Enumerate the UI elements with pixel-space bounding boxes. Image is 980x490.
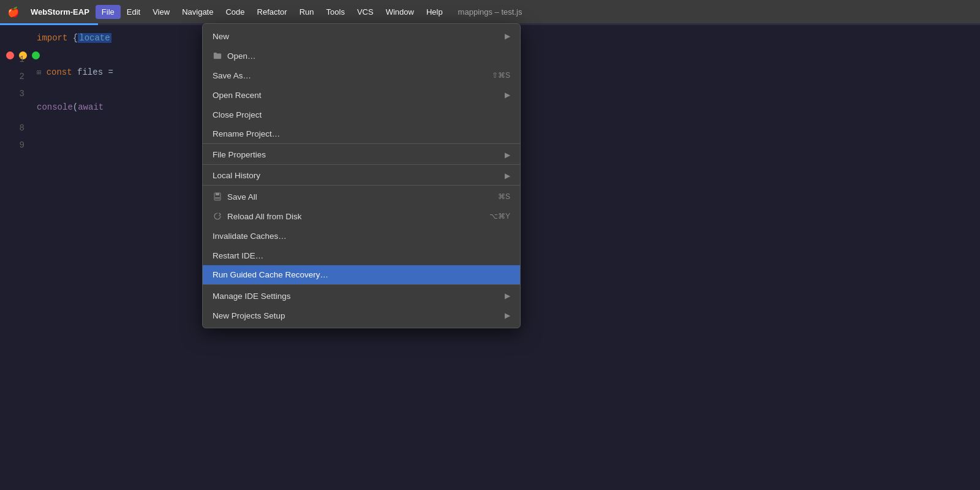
menu-run[interactable]: Run [293,5,320,19]
menu-item-close-project-label: Close Project [213,110,262,119]
reload-icon [213,211,222,221]
window-title: mappings – test.js [458,7,522,17]
menu-item-close-project[interactable]: Close Project [203,105,520,124]
menu-item-open-recent-label: Open Recent [213,91,262,100]
menu-navigate[interactable]: Navigate [176,5,219,19]
menu-item-reload-all-label: Reload All from Disk [227,212,302,221]
maximize-button[interactable] [32,51,40,59]
app-name: WebStorm-EAP [24,7,96,17]
menu-item-save-all-label: Save All [227,192,257,202]
menu-item-open-label: Open… [227,51,256,61]
menu-item-rename-project-label: Rename Project… [213,129,280,138]
save-all-shortcut: ⌘S [498,192,510,201]
menu-tools[interactable]: Tools [320,5,351,19]
menu-item-restart-ide-label: Restart IDE… [213,251,263,260]
menu-item-new-label: New [213,32,229,41]
menu-item-rename-project[interactable]: Rename Project… [203,124,520,144]
svg-rect-1 [216,193,219,195]
submenu-arrow-icon: ▶ [505,32,510,40]
save-as-shortcut: ⇧⌘S [492,71,510,80]
menu-item-save-all[interactable]: Save All ⌘S [203,187,520,206]
menu-item-new-projects-label: New Projects Setup [213,311,285,320]
menu-item-save-as-label: Save As… [213,71,251,80]
menu-view[interactable]: View [146,5,176,19]
svg-rect-3 [215,198,220,199]
menu-window[interactable]: Window [380,5,420,19]
new-projects-arrow-icon: ▶ [505,311,510,320]
menu-item-new[interactable]: New ▶ [203,26,520,46]
menu-help[interactable]: Help [420,5,449,19]
menubar: 🍎 WebStorm-EAP File Edit View Navigate C… [0,0,980,23]
menu-item-local-history-label: Local History [213,171,260,180]
menu-code[interactable]: Code [219,5,251,19]
menu-file[interactable]: File [96,5,121,19]
manage-ide-arrow-icon: ▶ [505,292,510,300]
menu-edit[interactable]: Edit [121,5,146,19]
menu-item-run-guided[interactable]: Run Guided Cache Recovery… [203,265,520,285]
file-properties-arrow-icon: ▶ [505,151,510,159]
menu-item-file-properties-label: File Properties [213,150,266,159]
active-tab-indicator [0,23,98,25]
save-all-icon [213,192,222,202]
menu-item-file-properties[interactable]: File Properties ▶ [203,145,520,165]
open-recent-arrow-icon: ▶ [505,91,510,99]
reload-all-shortcut: ⌥⌘Y [489,212,510,221]
menu-item-reload-all[interactable]: Reload All from Disk ⌥⌘Y [203,206,520,226]
menu-item-local-history[interactable]: Local History ▶ [203,166,520,186]
menu-item-invalidate-caches-label: Invalidate Caches… [213,232,287,241]
file-menu-dropdown: New ▶ Open… Save As… ⇧⌘S Open Recent ▶ C… [202,23,521,328]
menu-item-manage-ide[interactable]: Manage IDE Settings ▶ [203,286,520,306]
menu-item-restart-ide[interactable]: Restart IDE… [203,246,520,265]
folder-icon [213,51,222,61]
menu-item-new-projects[interactable]: New Projects Setup ▶ [203,306,520,325]
menu-item-run-guided-label: Run Guided Cache Recovery… [213,270,328,279]
menu-vcs[interactable]: VCS [351,5,380,19]
menu-item-save-as[interactable]: Save As… ⇧⌘S [203,66,520,85]
menu-item-open-recent[interactable]: Open Recent ▶ [203,85,520,105]
local-history-arrow-icon: ▶ [505,172,510,180]
menu-item-invalidate-caches[interactable]: Invalidate Caches… [203,226,520,246]
menu-item-open[interactable]: Open… [203,46,520,66]
svg-rect-2 [215,197,220,198]
apple-logo-icon[interactable]: 🍎 [5,0,22,23]
menu-refactor[interactable]: Refactor [251,5,293,19]
line-numbers: 1 2 3 8 9 [6,51,24,154]
menu-item-manage-ide-label: Manage IDE Settings [213,292,291,301]
